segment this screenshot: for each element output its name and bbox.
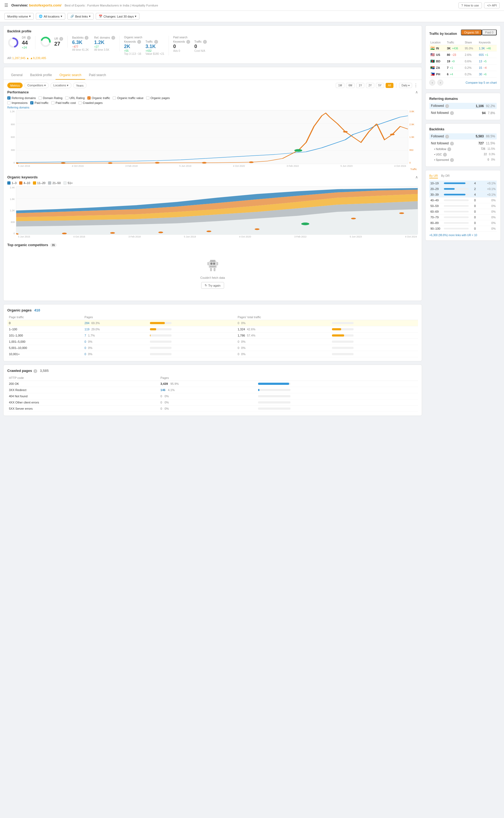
period-1y[interactable]: 1Y — [356, 83, 364, 88]
pill-tab-locations[interactable]: Locations ▾ — [50, 83, 71, 88]
tab-paid-search[interactable]: Paid search — [85, 71, 110, 80]
bl-sponsored-info[interactable]: i — [450, 158, 454, 162]
organic-pages-row: 5,001–10,000 0 0% 0 0% — [7, 345, 418, 351]
bl-followed-info[interactable]: i — [445, 135, 449, 138]
paid-kw-info[interactable]: i — [186, 40, 190, 44]
chevron-down-icon: ▾ — [29, 15, 31, 18]
ref-domains-info-icon[interactable]: i — [111, 36, 115, 40]
refresh-icon: ↻ — [205, 284, 207, 287]
cb-impressions[interactable]: Impressions — [7, 101, 28, 104]
crawled-bar-cell — [256, 381, 418, 387]
competitors-empty: Couldn't fetch data ↻ Try again — [7, 249, 418, 297]
kw-legend-21-50[interactable]: 21–50 — [48, 181, 61, 184]
ar-change-val: ▲9,239,485 — [30, 56, 46, 60]
tab-paid-traffic[interactable]: Paid 0 — [482, 29, 497, 35]
dr-info-icon[interactable]: i — [27, 36, 31, 40]
country-cell: 🇿🇦 ZA — [429, 64, 446, 71]
freq-daily[interactable]: Daily ▾ — [399, 83, 412, 88]
share-cell: 0.2% — [464, 64, 478, 71]
try-again-button[interactable]: ↻ Try again — [201, 282, 224, 289]
ur-range-cell: 30–39 — [429, 192, 443, 197]
crawled-pages-info[interactable]: i — [33, 369, 37, 373]
ur-bar-cell — [443, 215, 470, 220]
organic-traffic-info[interactable]: i — [154, 40, 158, 44]
period-1m[interactable]: 1M — [336, 83, 344, 88]
domain-link[interactable]: bestofexports.com/ — [29, 3, 61, 7]
backlinks-metric: Backlinks i 6.3K −477 All time 41.2K — [72, 36, 89, 51]
ur-bar-cell — [443, 220, 470, 226]
col-keywords: Keywords — [478, 40, 497, 45]
period-5y[interactable]: 5Y — [376, 83, 384, 88]
cb-organic-traffic-value-box — [113, 96, 116, 100]
kw-legend-51plus[interactable]: 51+ — [63, 181, 73, 184]
crawled-pages-row: 5XX Server errors 0 0% — [7, 406, 418, 412]
pages-value-cell: 0 0% — [83, 345, 148, 351]
hamburger-menu[interactable]: ☰ — [4, 3, 8, 8]
all-locations-filter[interactable]: 🌐 All locations ▾ — [36, 13, 65, 20]
cb-domain-rating[interactable]: Domain Rating — [39, 96, 63, 100]
tab-organic-traffic[interactable]: Organic 58 — [461, 29, 482, 35]
best-links-filter[interactable]: 🔗 Best links ▾ — [67, 13, 94, 20]
page-traffic-cell: 10,001+ — [7, 351, 83, 357]
paid-traffic-info[interactable]: i — [203, 40, 207, 44]
cb-paid-traffic[interactable]: ✓ Paid traffic — [30, 101, 49, 104]
organic-keywords-collapse[interactable]: ∧ — [415, 175, 418, 179]
bl-not-followed-info[interactable]: i — [450, 142, 454, 145]
ur-range-cell: 80–89 — [429, 220, 443, 226]
organic-kw-info[interactable]: i — [137, 40, 141, 44]
pill-tab-metrics[interactable]: Metrics — [7, 83, 23, 88]
api-button[interactable]: </> API — [484, 2, 500, 8]
crawled-pages-value-cell: 0 0% — [159, 406, 256, 412]
next-location-btn[interactable]: › — [437, 80, 443, 85]
cb-referring-domains[interactable]: ✓ Referring domains — [7, 96, 36, 100]
cb-url-rating[interactable]: URL Rating — [65, 96, 85, 100]
by-dr-tab[interactable]: By DR — [441, 174, 450, 178]
compare-top5-link[interactable]: Compare top 5 on chart — [465, 81, 497, 84]
kw-legend-1-3[interactable]: 1–3 — [7, 181, 16, 184]
period-6m[interactable]: 6M — [346, 83, 355, 88]
cb-crawled-pages-box — [78, 101, 82, 104]
svg-point-13 — [202, 162, 207, 163]
location-row: 🇵🇭 PH 6 +4 0.2% 30 +6 — [429, 71, 497, 77]
pages-bar-cell — [148, 345, 236, 351]
cb-paid-traffic-cost[interactable]: Paid traffic cost — [51, 101, 76, 104]
tab-general[interactable]: General — [7, 71, 26, 80]
cb-organic-pages[interactable]: Organic pages — [146, 96, 170, 100]
bl-ugc-info[interactable]: i — [443, 153, 447, 156]
tab-organic-search[interactable]: Organic search — [56, 71, 85, 80]
crawled-bar-cell — [256, 387, 418, 393]
ur-pct-cell: 0% — [477, 203, 497, 209]
followed-info[interactable]: i — [445, 104, 449, 108]
kw-legend-11-20[interactable]: 11–20 — [33, 181, 46, 184]
period-all[interactable]: All — [386, 83, 393, 88]
organic-kw-change: +55 — [124, 49, 141, 52]
pill-tab-years[interactable]: Years — [73, 83, 87, 88]
svg-rect-41 — [210, 266, 216, 267]
pages-value-cell: 7 1.7% — [83, 333, 148, 339]
pill-tab-competitors[interactable]: Competitors ▾ — [24, 83, 49, 88]
bl-nofollow-info[interactable]: i — [447, 147, 451, 151]
svg-point-34 — [301, 223, 309, 225]
monthly-volume-filter[interactable]: Monthly volume ▾ — [4, 13, 34, 20]
ur-bar-cell — [443, 226, 470, 232]
cb-organic-traffic-value[interactable]: Organic traffic value — [113, 96, 143, 100]
changes-filter[interactable]: 📅 Changes: Last 30 days ▾ — [96, 13, 140, 20]
kw-legend-4-10[interactable]: 4–10 — [19, 181, 30, 184]
period-2y[interactable]: 2Y — [366, 83, 374, 88]
by-ur-tab[interactable]: By UR — [429, 174, 438, 178]
ur-footnote[interactable]: +6,300 (99.8%) more links with UR < 10 — [429, 234, 497, 237]
location-row: 🇮🇳 IN 3K +436 95.0% 1.3K +46 — [429, 45, 497, 52]
how-to-use-button[interactable]: ? How to use — [458, 2, 482, 8]
backlinks-info-icon[interactable]: i — [85, 36, 88, 40]
performance-collapse[interactable]: ∧ — [415, 90, 418, 94]
tab-backlink-profile[interactable]: Backlink profile — [26, 71, 56, 80]
ur-pct-cell: 0% — [477, 209, 497, 215]
question-icon: ? — [461, 4, 463, 7]
ur-info-icon[interactable]: i — [59, 37, 63, 41]
ref-domains-alltime: All time 3.5K — [94, 48, 115, 51]
prev-location-btn[interactable]: ‹ — [429, 80, 435, 85]
not-followed-info[interactable]: i — [450, 111, 454, 115]
cb-organic-traffic[interactable]: ✓ Organic traffic — [87, 96, 110, 100]
more-options-btn[interactable]: ⋮ — [414, 83, 418, 88]
cb-crawled-pages[interactable]: Crawled pages — [78, 101, 102, 104]
